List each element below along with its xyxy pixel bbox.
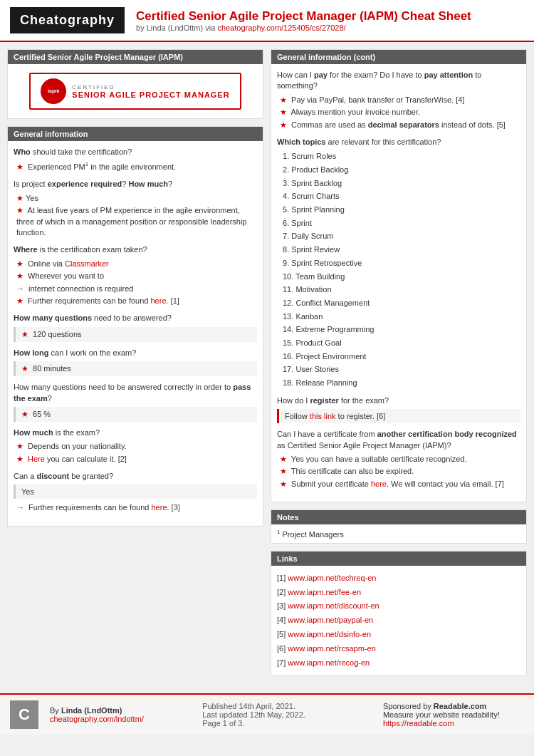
star-icon: ★ (16, 271, 23, 280)
answer-item: ★ Yes you can have a suitable certificat… (280, 453, 520, 465)
question-where: Where is the certification exam taken? ★… (14, 244, 257, 307)
here-link-3[interactable]: here. (151, 503, 169, 512)
star-icon: ★ (16, 194, 23, 202)
link-item: [7] www.iapm.net/recog-en (277, 656, 520, 670)
general-info-header: General information (8, 127, 263, 141)
list-item: Sprint (283, 217, 520, 230)
here-link-2[interactable]: Here (28, 455, 45, 463)
list-item: Extreme Programming (283, 323, 520, 336)
star-icon: ★ (16, 259, 23, 268)
question-topics: Which topics are relevant for this certi… (277, 137, 520, 390)
list-item: Product Goal (283, 336, 520, 350)
link-5[interactable]: www.iapm.net/dsinfo-en (288, 630, 371, 638)
left-column: Certified Senior Agile Project Manager (… (7, 49, 263, 683)
footer-pub: Published 14th April, 2021. Last updated… (202, 702, 372, 727)
answer-list-cert: ★ Yes you can have a suitable certificat… (277, 453, 520, 490)
answer-list-cost: ★ Depends on your nationality. ★ Here yo… (14, 440, 257, 465)
star-icon: ★ (280, 455, 287, 463)
list-item: Daily Scrum (283, 229, 520, 243)
answer-highlight-register: Follow this link to register. [6] (277, 409, 520, 423)
answer-item: ★ At least five years of PM experience i… (16, 204, 257, 239)
answer-item: ★ Always mention your invoice number. (280, 106, 520, 118)
list-item: Sprint Backlog (283, 177, 520, 190)
star-icon: ★ (280, 120, 287, 129)
star-icon: ★ (16, 162, 23, 171)
answer-item: ★ Wherever you want to (16, 270, 257, 282)
question-pass: How many questions need to be answered c… (14, 382, 257, 422)
answer-item: → Further requirements can be found here… (16, 502, 257, 514)
footer-sponsor-text: Measure your website readability! (383, 710, 500, 719)
link-1[interactable]: www.iapm.net/techreq-en (288, 574, 376, 582)
here-link-1[interactable]: here. (150, 296, 168, 305)
footer-logo: C (10, 700, 38, 729)
links-body: [1] www.iapm.net/techreq-en [2] www.iapm… (271, 566, 526, 676)
answer-item: ★ This certificate can also be expired. (280, 465, 520, 477)
star-icon: ★ (280, 480, 287, 488)
question-cost: How much is the exam? ★ Depends on your … (14, 428, 257, 465)
notes-body: 1 Project Managers (271, 524, 526, 543)
right-column: General information (cont) How can I pay… (271, 49, 527, 683)
page-header: Cheatography Certified Senior Agile Proj… (0, 0, 534, 42)
links-card: Links [1] www.iapm.net/techreq-en [2] ww… (271, 551, 527, 677)
answer-item: → internet connection is required (16, 283, 257, 295)
question-cert-body: Can I have a certificate from another ce… (277, 429, 520, 490)
iapm-logo-section: iapm CERTIFIED SENIOR AGILE PROJECT MANA… (8, 64, 263, 118)
here-link-7[interactable]: here (371, 480, 387, 488)
link-item: [2] www.iapm.net/fee-en (277, 586, 520, 600)
iapm-card-header: Certified Senior Agile Project Manager (… (8, 50, 263, 64)
answer-list-discount: → Further requirements can be found here… (14, 502, 257, 514)
links-header: Links (271, 552, 526, 566)
link-2[interactable]: www.iapm.net/fee-en (288, 588, 361, 596)
answer-list-pay: ★ Pay via PayPal, bank transfer or Trans… (277, 94, 520, 131)
question-cert-body-text: Can I have a certificate from another ce… (277, 429, 520, 451)
footer-sponsored-label: Sponsored by (383, 702, 434, 710)
answer-highlight-discount: Yes (14, 485, 257, 499)
notes-header: Notes (271, 510, 526, 524)
arrow-icon: → (16, 284, 24, 293)
question-how-long: How long can I work on the exam? ★ 80 mi… (14, 348, 257, 376)
byline-link[interactable]: cheatography.com/125405/cs/27028/ (217, 24, 345, 32)
question-register-text: How do I register for the exam? (277, 395, 520, 406)
question-register: How do I register for the exam? Follow t… (277, 395, 520, 423)
list-item: Project Environment (283, 350, 520, 363)
answer-item: ★ Experienced PM1 in the agile environme… (16, 160, 257, 173)
footer-published: Published 14th April, 2021. (202, 702, 295, 710)
register-link[interactable]: this link (310, 412, 336, 420)
iapm-logo: iapm CERTIFIED SENIOR AGILE PROJECT MANA… (29, 73, 241, 110)
answer-item: ★ Here you can calculate it. [2] (16, 453, 257, 465)
question-who-text: Who should take the certification? (14, 147, 257, 157)
footer-page: Page 1 of 3. (202, 719, 244, 727)
answer-item: ★ Further requirements can be found here… (16, 295, 257, 307)
star-icon: ★ (280, 95, 287, 104)
general-info-cont-header: General information (cont) (271, 50, 526, 64)
link-4[interactable]: www.iapm.net/paypal-en (288, 616, 373, 624)
footer-sponsor: Sponsored by Readable.com Measure your w… (383, 702, 524, 727)
list-item: Sprint Planning (283, 203, 520, 217)
answer-item: ★Yes (16, 192, 257, 204)
question-topics-text: Which topics are relevant for this certi… (277, 137, 520, 147)
star-icon: ★ (16, 296, 23, 305)
question-how-many-text: How many questions need to be answered? (14, 313, 257, 323)
footer-author-link[interactable]: cheatography.com/lndottm/ (50, 715, 144, 723)
answer-item: ★ Submit your certificate here. We will … (280, 478, 520, 490)
link-item: [5] www.iapm.net/dsinfo-en (277, 628, 520, 642)
classmarker-link[interactable]: Classmarker (65, 259, 109, 268)
list-item: Kanban (283, 310, 520, 323)
list-item: Motivation (283, 283, 520, 296)
link-3[interactable]: www.iapm.net/discount-en (288, 601, 379, 610)
list-item: Product Backlog (283, 163, 520, 177)
answer-item: ★ Depends on your nationality. (16, 440, 257, 452)
question-experience-text: Is project experience required? How much… (14, 179, 257, 190)
list-item: Sprint Retrospective (283, 257, 520, 270)
question-pay-text: How can I pay for the exam? Do I have to… (277, 70, 520, 92)
star-icon: ★ (21, 330, 28, 338)
answer-list-who: ★ Experienced PM1 in the agile environme… (14, 160, 257, 173)
list-item: Team Building (283, 270, 520, 284)
note-item: 1 Project Managers (277, 529, 520, 539)
link-6[interactable]: www.iapm.net/rcsapm-en (288, 644, 376, 653)
link-7[interactable]: www.iapm.net/recog-en (288, 658, 370, 667)
footer-sponsor-link[interactable]: https://readable.com (383, 719, 454, 727)
answer-highlight-time: ★ 80 minutes (14, 361, 257, 376)
byline: by Linda (LndOttm) via cheatography.com/… (136, 24, 471, 32)
question-pay: How can I pay for the exam? Do I have to… (277, 70, 520, 131)
